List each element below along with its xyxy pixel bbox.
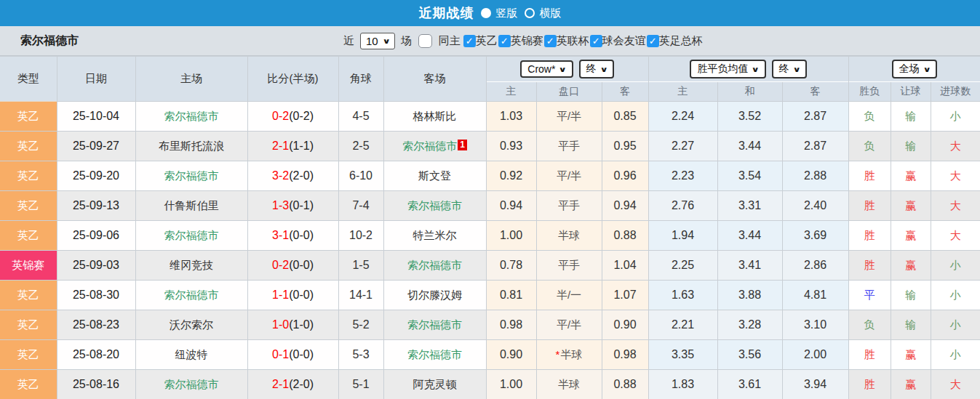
league-badge: 英乙	[0, 161, 57, 191]
result-handicap: 输	[891, 310, 931, 340]
match-date: 25-08-16	[57, 370, 135, 399]
avg-final-dropdown[interactable]: 终 ∨	[772, 60, 807, 78]
same-home-checkbox[interactable]	[418, 34, 432, 48]
avg-home: 2.24	[648, 102, 717, 132]
home-team-name: 索尔福德市	[164, 378, 219, 390]
radio-unselected-icon[interactable]	[525, 8, 535, 18]
result-goals: 小	[931, 251, 980, 281]
league-filter[interactable]: ✓英联杯	[544, 34, 590, 48]
checkbox-checked-icon[interactable]: ✓	[498, 35, 511, 47]
team-name: 索尔福德市	[20, 33, 79, 49]
result-handicap: 赢	[891, 340, 931, 370]
fulltime-score: 3-1	[272, 229, 289, 241]
table-row: 英乙25-09-13什鲁斯伯里1-3(0-1)7-4索尔福德市0.94平手0.9…	[0, 191, 980, 221]
home-team: 索尔福德市	[135, 370, 247, 399]
league-filter[interactable]: ✓球会友谊	[590, 34, 647, 48]
chevron-down-icon: ∨	[792, 65, 800, 73]
odds-home: 1.00	[486, 221, 536, 251]
sub-header-goals: 进球数	[931, 82, 980, 102]
sub-header-odds-away: 客	[602, 82, 648, 102]
avg-away: 2.87	[782, 132, 848, 161]
odds-away: 1.07	[602, 281, 648, 310]
result-goals: 大	[931, 191, 980, 221]
col-header-score: 比分(半场)	[247, 57, 338, 102]
league-filter[interactable]: ✓英乙	[463, 34, 498, 48]
result-outcome: 胜	[848, 191, 891, 221]
handicap-text: 平手	[558, 259, 580, 271]
match-score: 1-0(1-0)	[247, 310, 338, 340]
checkbox-checked-icon[interactable]: ✓	[463, 35, 476, 47]
result-outcome: 胜	[848, 251, 891, 281]
checkbox-checked-icon[interactable]: ✓	[590, 35, 602, 47]
match-date: 25-08-20	[57, 340, 135, 370]
sub-header-avg-away: 客	[782, 82, 848, 102]
col-header-date: 日期	[57, 57, 135, 102]
match-score: 1-3(0-1)	[247, 191, 338, 221]
avg-home: 2.25	[648, 251, 717, 281]
away-team-name: 阿克灵顿	[413, 378, 457, 390]
period-dropdown[interactable]: 全场 ∨	[892, 60, 937, 78]
home-team-name: 索尔福德市	[164, 289, 219, 301]
away-team: 特兰米尔	[383, 221, 486, 251]
layout-radio-vertical[interactable]: 竖版	[481, 7, 518, 20]
radio-selected-icon[interactable]	[481, 8, 491, 18]
filters: 近 10 ∨ 场 同主 ✓英乙✓英锦赛✓英联杯✓球会友谊✓英足总杯	[340, 33, 704, 49]
avg-away: 2.40	[782, 191, 848, 221]
odds-home: 0.90	[486, 340, 536, 370]
corner-score: 5-3	[338, 340, 383, 370]
odds-home: 0.81	[486, 281, 536, 310]
chevron-down-icon: ∨	[599, 65, 607, 73]
result-outcome: 负	[848, 310, 891, 340]
odds-handicap: 平手	[536, 191, 602, 221]
league-badge: 英乙	[0, 102, 57, 132]
match-date: 25-09-13	[57, 191, 135, 221]
league-badge: 英乙	[0, 340, 57, 370]
result-goals: 大	[931, 132, 980, 161]
odds-home: 0.92	[486, 161, 536, 191]
league-filter[interactable]: ✓英锦赛	[498, 34, 544, 48]
league-filter-label: 球会友谊	[602, 34, 646, 48]
table-row: 英乙25-08-16索尔福德市2-1(2-0)5-1阿克灵顿1.00半球0.88…	[0, 370, 980, 399]
recent-count-select[interactable]: 10 ∨	[360, 33, 395, 49]
unit-label: 场	[401, 34, 412, 48]
league-filter[interactable]: ✓英足总杯	[647, 34, 704, 48]
league-filter-label: 英锦赛	[511, 34, 543, 48]
match-score: 3-1(0-0)	[247, 221, 338, 251]
home-team-name: 索尔福德市	[164, 229, 219, 241]
away-team: 格林斯比	[383, 102, 486, 132]
checkbox-checked-icon[interactable]: ✓	[647, 35, 659, 47]
results-table: 类型 日期 主场 比分(半场) 角球 客场 Crow* ∨ 终 ∨	[0, 56, 980, 399]
halftime-score: (0-0)	[289, 229, 314, 241]
table-row: 英乙25-08-30索尔福德市1-1(0-0)14-1切尔滕汉姆0.81半/一1…	[0, 281, 980, 310]
home-team: 沃尔索尔	[135, 310, 247, 340]
avg-home: 3.35	[648, 340, 717, 370]
table-row: 英乙25-10-04索尔福德市0-2(0-2)4-5格林斯比1.03平/半0.8…	[0, 102, 980, 132]
odds-away: 0.98	[602, 340, 648, 370]
odds-away: 0.85	[602, 102, 648, 132]
fulltime-score: 0-2	[272, 259, 289, 271]
avg-draw: 3.28	[717, 310, 782, 340]
match-date: 25-10-04	[57, 102, 135, 132]
odds-away: 0.95	[602, 132, 648, 161]
checkbox-checked-icon[interactable]: ✓	[544, 35, 557, 47]
avg-home: 2.27	[648, 132, 717, 161]
home-team-name: 索尔福德市	[164, 110, 219, 122]
result-handicap: 赢	[891, 161, 931, 191]
sub-header-odds-home: 主	[486, 82, 536, 102]
chevron-down-icon: ∨	[923, 65, 931, 73]
corner-score: 6-10	[338, 161, 383, 191]
avg-type-dropdown[interactable]: 胜平负均值 ∨	[690, 60, 765, 78]
away-team-name: 索尔福德市	[402, 140, 457, 152]
red-card-badge: 1	[458, 140, 467, 150]
odds-company-dropdown[interactable]: Crow* ∨	[520, 60, 573, 78]
sub-header-handicap-result: 让球	[891, 82, 931, 102]
league-badge: 英锦赛	[0, 251, 57, 281]
fulltime-score: 0-1	[272, 348, 289, 360]
home-team: 布里斯托流浪	[135, 132, 247, 161]
layout-radio-horizontal[interactable]: 横版	[525, 7, 562, 20]
home-team: 索尔福德市	[135, 281, 247, 310]
match-score: 0-2(0-2)	[247, 102, 338, 132]
page-title: 近期战绩	[419, 4, 474, 22]
result-handicap: 赢	[891, 191, 931, 221]
odds-final-dropdown[interactable]: 终 ∨	[579, 60, 614, 78]
